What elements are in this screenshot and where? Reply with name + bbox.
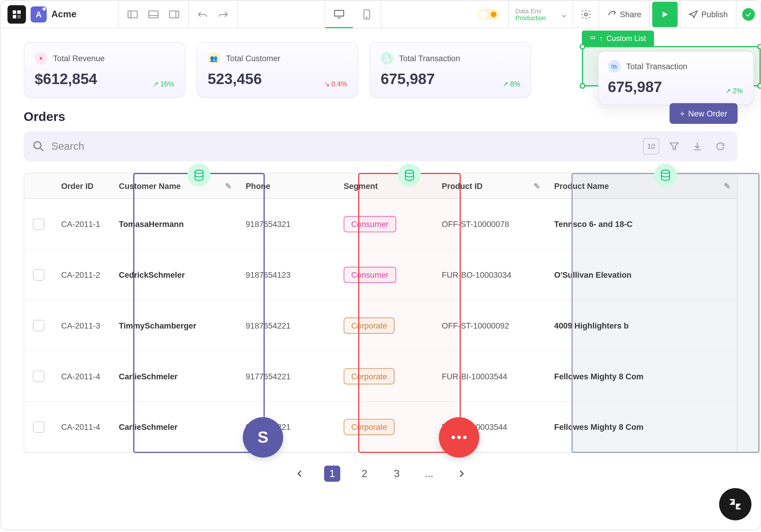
cell-order-id: CA-2011-4 — [53, 422, 111, 431]
next-page-button[interactable] — [453, 466, 469, 482]
cell-product-name: O'Sullivan Elevation — [546, 270, 736, 279]
table-row[interactable]: CA-2011-4 CarlieSchmeler 9177654221 Corp… — [24, 401, 737, 452]
stats-row: ✦ Total Revenue $612,854 ↗ 16% 👥 Total C… — [24, 42, 738, 98]
svg-rect-10 — [335, 10, 344, 16]
cell-customer-name: TomasaHermann — [111, 219, 238, 229]
app-badge: A — [30, 6, 47, 22]
page-1[interactable]: 1 — [324, 466, 340, 482]
share-button[interactable]: Share — [599, 0, 649, 28]
svg-point-14 — [584, 13, 587, 16]
publish-button[interactable]: Publish — [680, 0, 736, 28]
svg-rect-2 — [13, 15, 16, 18]
toolbar: A Acme Data Env Production — [1, 1, 761, 28]
env-selector[interactable]: Data Env Production — [509, 7, 561, 21]
row-checkbox[interactable] — [33, 218, 45, 230]
cell-order-id: CA-2011-4 — [53, 371, 111, 381]
page-more[interactable]: ... — [421, 466, 437, 482]
edit-icon[interactable]: ✎ — [225, 181, 232, 190]
resize-handle[interactable] — [580, 44, 585, 49]
help-button[interactable] — [719, 488, 751, 520]
orders-table: Order ID Customer Name✎ Phone Segment Pr… — [24, 173, 738, 453]
svg-rect-3 — [17, 15, 21, 18]
layout-left-icon[interactable] — [123, 5, 142, 23]
device-desktop-tab[interactable] — [325, 0, 353, 28]
custom-list-component[interactable]: ↑ Custom List 🛍 Total Transaction 675,98… — [582, 30, 760, 86]
svg-rect-4 — [128, 11, 137, 18]
table-row[interactable]: CA-2011-1 TomasaHermann 9187654321 Consu… — [24, 199, 737, 249]
search-input[interactable] — [51, 140, 636, 152]
svg-rect-6 — [148, 11, 158, 18]
stat-revenue[interactable]: ✦ Total Revenue $612,854 ↗ 16% — [24, 42, 185, 98]
share-icon — [607, 10, 616, 18]
new-order-button[interactable]: + New Order — [670, 103, 738, 124]
chevron-down-icon: ⌄ — [560, 9, 568, 20]
settings-icon[interactable] — [573, 5, 598, 23]
resize-handle[interactable] — [580, 83, 585, 88]
cell-product-id: OFF-ST-10000078 — [434, 219, 546, 229]
col-product-id[interactable]: Product ID✎ — [434, 181, 546, 190]
row-checkbox[interactable] — [33, 370, 45, 382]
custom-list-tab[interactable]: ↑ Custom List — [582, 30, 654, 46]
cell-product-name: Fellowes Mighty 8 Com — [546, 371, 736, 381]
table-row[interactable]: CA-2011-2 CedrickSchmeler 9187654123 Con… — [24, 249, 737, 300]
layout-bottom-icon[interactable] — [144, 5, 162, 23]
transaction-icon: 📄 — [380, 52, 393, 65]
download-icon[interactable] — [689, 138, 705, 154]
revenue-icon: ✦ — [34, 52, 47, 65]
customers-icon: 👥 — [207, 52, 220, 65]
table-header: Order ID Customer Name✎ Phone Segment Pr… — [24, 174, 737, 199]
trend-up-icon: ↗ 2% — [725, 87, 743, 95]
cell-phone: 9187654321 — [238, 219, 336, 229]
user-badge-s[interactable]: S — [243, 417, 283, 458]
table-row[interactable]: CA-2011-3 TimmySchamberger 9187654221 Co… — [24, 300, 737, 351]
refresh-icon[interactable] — [712, 138, 728, 154]
cell-phone: 9177654221 — [238, 371, 336, 381]
cell-product-name: Fellowes Mighty 8 Com — [546, 422, 736, 431]
filter-icon[interactable] — [666, 138, 682, 154]
cell-phone: 9187654221 — [238, 321, 336, 330]
page-size-selector[interactable]: 10 — [643, 138, 659, 154]
search-bar: 10 — [24, 131, 738, 161]
device-mobile-tab[interactable] — [353, 0, 381, 28]
col-segment[interactable]: Segment — [336, 181, 434, 190]
resize-handle[interactable] — [757, 83, 761, 88]
table-row[interactable]: CA-2011-4 CarlieSchmeler 9177654221 Corp… — [24, 351, 737, 401]
search-icon — [33, 140, 45, 152]
send-icon — [689, 10, 698, 18]
col-phone[interactable]: Phone — [238, 181, 336, 190]
run-button[interactable] — [652, 1, 677, 27]
row-checkbox[interactable] — [33, 269, 45, 280]
edit-icon[interactable]: ✎ — [534, 181, 541, 190]
svg-point-17 — [594, 36, 595, 37]
row-checkbox[interactable] — [33, 421, 45, 433]
prev-page-button[interactable] — [292, 466, 308, 482]
cell-customer-name: CedrickSchmeler — [111, 270, 238, 279]
col-product-name[interactable]: Product Name✎ — [546, 181, 736, 190]
zendesk-icon — [728, 497, 742, 511]
col-order-id[interactable]: Order ID — [53, 181, 111, 190]
section-title: Orders — [24, 110, 738, 125]
edit-icon[interactable]: ✎ — [724, 181, 731, 190]
trend-up-icon: ↗ 8% — [503, 80, 520, 88]
user-badge-twilio[interactable] — [439, 417, 479, 458]
resize-handle[interactable] — [757, 44, 761, 49]
env-toggle[interactable] — [478, 9, 499, 19]
stat-transactions[interactable]: 📄 Total Transaction 675,987 ↗ 8% — [370, 42, 531, 98]
page-2[interactable]: 2 — [356, 466, 373, 482]
app-frame: A Acme Data Env Production — [0, 0, 761, 530]
svg-rect-8 — [169, 11, 179, 18]
page-3[interactable]: 3 — [389, 466, 405, 482]
play-icon — [661, 10, 669, 18]
cell-segment: Consumer — [336, 266, 434, 283]
layout-right-icon[interactable] — [165, 5, 183, 23]
floating-stat-card[interactable]: 🛍 Total Transaction 675,987 ↗ 2% — [598, 51, 754, 105]
cell-segment: Consumer — [336, 216, 434, 232]
bag-icon: 🛍 — [608, 60, 621, 73]
redo-icon[interactable] — [214, 5, 232, 23]
col-customer-name[interactable]: Customer Name✎ — [111, 181, 238, 190]
row-checkbox[interactable] — [33, 320, 45, 331]
cell-segment: Corporate — [336, 418, 434, 435]
stat-customers[interactable]: 👥 Total Customer 523,456 ↘ 0.4% — [197, 42, 358, 98]
undo-icon[interactable] — [193, 5, 211, 23]
home-button[interactable] — [7, 5, 26, 23]
